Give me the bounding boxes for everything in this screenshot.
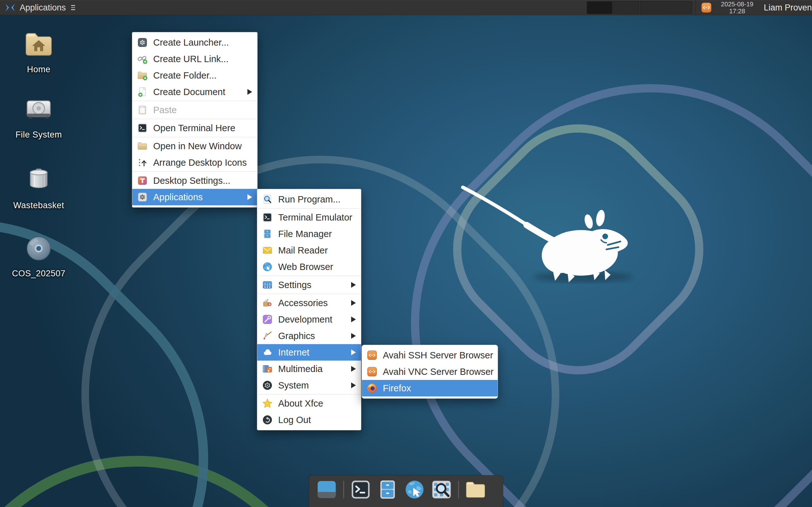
- menu-item-accessories[interactable]: Accessories: [257, 295, 361, 311]
- desktop-icon-cos-202507[interactable]: COS_202507: [8, 233, 69, 279]
- menu-separator: [133, 171, 257, 172]
- folder-new-icon: [137, 70, 148, 81]
- workspace-4[interactable]: [666, 1, 692, 14]
- desktop-icon-file-system[interactable]: File System: [8, 95, 69, 140]
- menu-item-label: Graphics: [278, 331, 315, 341]
- menu-item-development[interactable]: Development: [257, 311, 361, 328]
- dock-separator: [458, 481, 459, 498]
- menu-item-mail-reader[interactable]: Mail Reader: [257, 242, 361, 259]
- workspace-3[interactable]: [640, 1, 666, 14]
- web-browser-icon: [262, 261, 273, 273]
- menu-separator: [258, 294, 361, 294]
- show-desktop-icon: [315, 478, 338, 501]
- dock-item-folder[interactable]: [464, 478, 487, 501]
- submenu-arrow-icon: [351, 383, 356, 388]
- file-manager-icon: [376, 478, 399, 501]
- menu-item-create-folder[interactable]: Create Folder...: [132, 67, 257, 83]
- menu-item-multimedia[interactable]: Multimedia: [257, 360, 361, 377]
- submenu-arrow-icon: [351, 300, 356, 306]
- workspace-1[interactable]: [587, 1, 612, 14]
- submenu-arrow-icon: [351, 317, 356, 322]
- menu-item-label: Development: [278, 314, 333, 325]
- submenu-arrow-icon: [247, 89, 252, 95]
- menu-item-label: Avahi SSH Server Browser: [383, 350, 493, 360]
- url-link-icon: [137, 53, 148, 65]
- workspace-switcher: [587, 1, 692, 14]
- menu-item-firefox[interactable]: Firefox: [362, 380, 498, 396]
- menu-item-web-browser[interactable]: Web Browser: [257, 259, 361, 275]
- applications-menu-button[interactable]: Applications: [0, 0, 80, 15]
- development-icon: [262, 314, 273, 325]
- menu-item-avahi-vnc-server-browser[interactable]: Avahi VNC Server Browser: [362, 363, 498, 380]
- star-icon: [262, 398, 273, 409]
- menu-item-label: Firefox: [383, 383, 411, 394]
- applications-menu-label: Applications: [20, 3, 66, 13]
- dock-item-terminal[interactable]: [349, 478, 372, 501]
- menu-item-label: Accessories: [278, 298, 328, 308]
- desktop-icon-label: File System: [15, 130, 62, 140]
- menu-item-label: Run Program...: [278, 194, 341, 205]
- menu-item-applications[interactable]: Applications: [132, 189, 257, 205]
- menu-item-open-terminal-here[interactable]: Open Terminal Here: [132, 120, 257, 136]
- run-icon: [262, 193, 273, 205]
- system-tray: [700, 2, 712, 14]
- menu-item-label: Avahi VNC Server Browser: [383, 367, 494, 377]
- logged-in-user: Liam Proven: [764, 0, 811, 15]
- folder-icon: [464, 478, 487, 501]
- internet-cloud-icon: [262, 347, 273, 358]
- menu-item-arrange-desktop-icons[interactable]: Arrange Desktop Icons: [132, 154, 257, 171]
- menu-separator: [258, 276, 361, 276]
- xubuntu-logo-icon: [4, 2, 16, 13]
- menu-item-label: Paste: [153, 105, 177, 115]
- menu-item-label: Open Terminal Here: [153, 123, 235, 133]
- desktop-settings-icon: [137, 175, 148, 186]
- menu-item-avahi-ssh-server-browser[interactable]: Avahi SSH Server Browser: [362, 347, 498, 363]
- menu-item-open-in-new-window[interactable]: Open in New Window: [132, 138, 257, 154]
- file-manager-icon: [262, 228, 273, 239]
- menu-item-label: Create Launcher...: [153, 38, 229, 48]
- menu-item-create-launcher[interactable]: Create Launcher...: [132, 34, 257, 51]
- paste-icon: [137, 104, 148, 116]
- menu-item-terminal-emulator[interactable]: Terminal Emulator: [257, 209, 361, 226]
- menu-item-run-program[interactable]: Run Program...: [257, 191, 361, 208]
- desktop-icon-home[interactable]: Home: [8, 29, 69, 74]
- menu-item-log-out[interactable]: Log Out: [257, 412, 361, 428]
- panel-clock[interactable]: 2025-08-19 17:28: [715, 1, 759, 14]
- menu-item-label: System: [278, 380, 309, 391]
- menu-item-system[interactable]: System: [257, 377, 361, 394]
- menu-item-label: Multimedia: [278, 364, 322, 374]
- web-browser-icon: [403, 478, 426, 501]
- multimedia-icon: [262, 363, 273, 375]
- avahi-icon: [700, 2, 712, 14]
- cd-disc-icon: [23, 233, 54, 264]
- menu-item-create-url-link[interactable]: Create URL Link...: [132, 51, 257, 67]
- menu-item-file-manager[interactable]: File Manager: [257, 226, 361, 242]
- submenu-arrow-icon: [351, 349, 356, 355]
- menu-separator: [133, 137, 257, 137]
- menu-item-label: Settings: [278, 280, 311, 290]
- dock-item-web-browser[interactable]: [403, 478, 426, 501]
- dock-item-file-manager[interactable]: [376, 478, 399, 501]
- graphics-icon: [262, 330, 273, 342]
- dock: [309, 475, 503, 507]
- submenu-arrow-icon: [351, 366, 356, 372]
- hard-disk-icon: [23, 95, 54, 125]
- top-panel: Applications 2025-08-19 17:28 Liam Prove…: [0, 0, 812, 15]
- app-finder-icon: [430, 478, 453, 501]
- menu-item-graphics[interactable]: Graphics: [257, 328, 361, 344]
- avahi-tray-applet[interactable]: [700, 9, 712, 14]
- desktop-icon-wastebasket[interactable]: Wastebasket: [8, 165, 69, 210]
- menu-separator: [258, 394, 361, 395]
- dock-item-app-finder[interactable]: [430, 478, 453, 501]
- menu-item-label: Desktop Settings...: [153, 176, 230, 186]
- menu-item-create-document[interactable]: Create Document: [132, 83, 257, 100]
- workspace-2[interactable]: [613, 1, 639, 14]
- menu-item-settings[interactable]: Settings: [257, 277, 361, 293]
- dock-separator: [343, 481, 344, 498]
- menu-separator: [258, 208, 361, 209]
- menu-item-desktop-settings[interactable]: Desktop Settings...: [132, 172, 257, 189]
- menu-item-internet[interactable]: Internet: [257, 344, 361, 360]
- menu-item-about-xfce[interactable]: About Xfce: [257, 395, 361, 412]
- launcher-icon: [137, 37, 148, 48]
- dock-item-show-desktop[interactable]: [315, 478, 338, 501]
